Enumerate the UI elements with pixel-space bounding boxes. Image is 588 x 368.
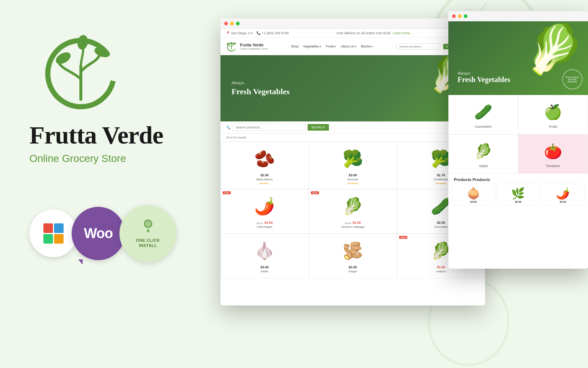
woo-badge: Woo (72, 207, 125, 260)
logo-circle (40, 29, 121, 110)
product-stars: ★★★★☆ (225, 182, 305, 185)
salad-img: 🥬 (452, 140, 514, 162)
overlay-product-grid: 🧅 $3.00 🌿 $2.50 🌶️ $3.00 (448, 184, 588, 209)
overlay-product-chili[interactable]: 🌶️ $3.00 (541, 184, 584, 205)
nav-blocks[interactable]: Blocks (361, 45, 373, 48)
products-count: 20 of 22 results (226, 136, 246, 139)
chili-price: $3.00 (544, 201, 582, 203)
product-image: 🥬 (313, 193, 393, 219)
product-name: Chinese Cabbage (313, 225, 393, 229)
product-card: Sale! 🥬 $3.00 $1.50 Chinese Cabbage (309, 189, 397, 234)
overlay-dot-yellow (458, 14, 462, 18)
brand-name: Frutta Verde (29, 121, 163, 149)
store-logo-area: Frutta Verde Online Vegetables Store (226, 41, 268, 52)
herb-price: $2.50 (499, 201, 538, 203)
tomatoes-img: 🍅 (522, 140, 584, 162)
category-fruits[interactable]: 🍏 Fruits (518, 95, 588, 134)
salad-label: Salad (452, 164, 514, 168)
category-salad[interactable]: 🥬 Salad (448, 134, 518, 174)
product-price: $2.50 (225, 173, 305, 177)
fruits-label: Fruits (522, 125, 584, 128)
overlay-product-herb[interactable]: 🌿 $2.50 (497, 184, 540, 205)
overlay-product-onion[interactable]: 🧅 $3.00 (452, 184, 495, 205)
topbar-delivery: Free delivery on all orders over $100. (337, 31, 391, 35)
topbar-address: 📍 San Diego, CA (226, 31, 253, 35)
el-block-4 (54, 234, 64, 244)
products-toolbar: 20 of 22 results Default sorting ▾ (220, 134, 485, 142)
hero-title: Fresh Vegetables (232, 87, 290, 96)
browser-dot-red (224, 22, 228, 25)
category-cucumbers[interactable]: 🥒 Cucumbers (448, 95, 518, 134)
tomatoes-label: Tomatoes (522, 164, 584, 168)
woo-tail (78, 259, 83, 265)
el-block-2 (54, 223, 64, 233)
brand-subtitle: Online Grocery Store (29, 153, 126, 164)
products-grid-row3: 🧄 $3.00 Garlic 🫚 $2.00 Ginger Sale! 🥬 $1… (220, 234, 485, 278)
overlay-browser-window: 🥬 Always Fresh Vegetables TRADITIONALNAT… (448, 11, 588, 269)
product-price-old: $5.71 (257, 222, 263, 224)
product-name: Lettuce (401, 270, 481, 273)
nav-vegetables[interactable]: Vegetables (303, 45, 322, 48)
store-logo-icon (226, 41, 237, 52)
topbar-learnmore: Learn more... (393, 31, 413, 35)
chili-img: 🌶️ (544, 186, 582, 201)
product-price: $3.00 (313, 173, 393, 177)
sale-badge: Sale! (311, 191, 319, 194)
product-image: 🫘 (225, 146, 305, 171)
product-card: 🫘 $2.50 Black Beans ★★★★☆ (220, 142, 309, 189)
topbar-phone: 📞 +1 (954) 456 6789 (257, 31, 288, 35)
nav-shop[interactable]: Shop (291, 45, 298, 48)
product-image: 🌶️ (225, 193, 305, 219)
product-name: Black Beans (225, 178, 305, 181)
products-grid: 🫘 $2.50 Black Beans ★★★★☆ 🥦 $3.00 Brocco… (220, 142, 485, 234)
oneclick-badge: ONE CLICKINSTALL (119, 205, 176, 262)
nav-fruits[interactable]: Fruits (326, 45, 336, 48)
overlay-products-title: Products Products (448, 174, 588, 184)
woo-text: Woo (84, 226, 113, 241)
onion-price: $3.00 (454, 201, 493, 203)
hero-text: Always Fresh Vegetables (232, 81, 290, 96)
svg-point-4 (76, 34, 89, 50)
overlay-dot-red (452, 14, 456, 18)
store-topbar: 📍 San Diego, CA 📞 +1 (954) 456 6789 Free… (220, 29, 485, 38)
browser-dot-green (236, 22, 240, 25)
logo-container: Frutta Verde Online Grocery Store (29, 29, 163, 187)
overlay-hero: 🥬 Always Fresh Vegetables TRADITIONALNAT… (448, 21, 588, 95)
product-name: Ginger (313, 270, 393, 273)
product-card: 🫚 $2.00 Ginger (309, 234, 397, 278)
product-stars: ★★★★★ (313, 182, 393, 185)
onion-img: 🧅 (454, 186, 493, 201)
nav-about[interactable]: About Us (341, 45, 356, 48)
elementor-icon (43, 223, 64, 244)
product-card: Sale! 🌶️ $5.71 $4.00 Chili Pepper (220, 189, 309, 234)
overlay-dot-green (464, 14, 467, 18)
product-image: 🥦 (313, 146, 393, 171)
product-image: 🫚 (313, 238, 393, 263)
product-image: 🧄 (225, 238, 305, 263)
category-tomatoes[interactable]: 🍅 Tomatoes (518, 134, 588, 174)
left-panel: Frutta Verde Online Grocery Store Woo (0, 0, 213, 368)
cucumbers-img: 🥒 (452, 101, 514, 123)
hero-banner: Always Fresh Vegetables 🥬 TRADITIONALNAT… (220, 55, 485, 121)
right-panel: 📍 San Diego, CA 📞 +1 (954) 456 6789 Free… (198, 0, 588, 368)
sale-badge: Sale! (223, 191, 231, 194)
secondary-search-button[interactable]: SEARCH (308, 124, 329, 131)
fruits-img: 🍏 (522, 101, 584, 123)
product-name: Broccoli (313, 178, 393, 181)
brand-logo-svg (40, 29, 121, 110)
elementor-badge (29, 209, 77, 257)
browser-bar (220, 18, 485, 29)
hero-subtitle: Always (232, 81, 290, 85)
product-price: $3.00 (225, 265, 305, 269)
store-header: Frutta Verde Online Vegetables Store Sho… (220, 38, 485, 55)
product-price: $1.50 (353, 221, 361, 224)
overlay-hero-subtitle: Always (458, 71, 510, 75)
search-input[interactable] (396, 43, 440, 50)
cucumbers-label: Cucumbers (452, 125, 514, 128)
herb-img: 🌿 (499, 186, 538, 201)
sale-badge: Sale! (399, 236, 407, 239)
secondary-search-input[interactable] (232, 124, 306, 131)
badges-row: Woo ONE CLICKINSTALL (29, 205, 171, 262)
main-browser-window: 📍 San Diego, CA 📞 +1 (954) 456 6789 Free… (220, 18, 485, 305)
svg-point-12 (231, 42, 233, 45)
